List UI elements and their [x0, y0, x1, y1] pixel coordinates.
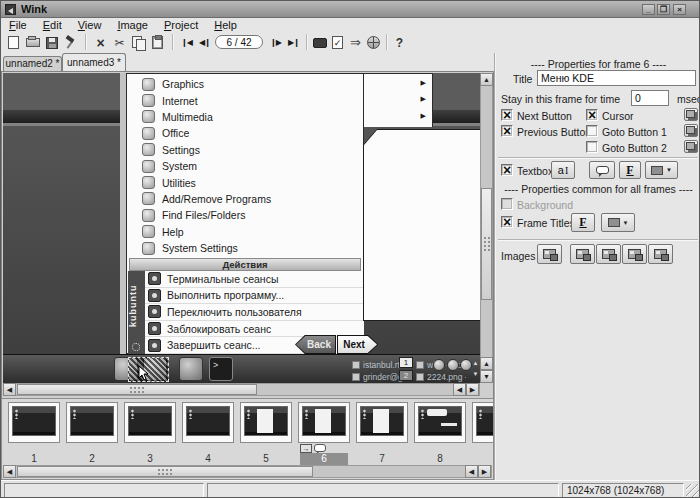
next-button-checkbox[interactable] — [501, 109, 513, 121]
filmstrip-scrollbar[interactable]: ◀ ◀ ▶ — [3, 465, 492, 478]
scroll-up-icon[interactable]: ▲ — [480, 73, 493, 86]
frame-thumbnail[interactable] — [240, 402, 292, 443]
scroll-up-icon[interactable]: ▲ — [480, 357, 493, 370]
tab-unnamed2[interactable]: unnamed2 * — [3, 56, 62, 71]
filmstrip-frame[interactable]: → 7 — [356, 399, 408, 465]
frame-thumbnail[interactable] — [414, 402, 466, 443]
hscrollbar-thumb[interactable] — [17, 384, 257, 395]
goto-button-1-checkbox[interactable] — [586, 125, 598, 137]
frame-counter-field[interactable] — [215, 35, 263, 49]
frame-thumbnail[interactable] — [124, 402, 176, 443]
image-tool-button-1[interactable] — [537, 244, 562, 264]
cursor-picker-button[interactable] — [684, 108, 698, 121]
image-tool-button-3[interactable] — [596, 244, 621, 264]
maximize-button[interactable]: ❐ — [657, 4, 670, 15]
frame-thumbnail[interactable] — [298, 402, 350, 443]
frame-number[interactable]: 4 — [184, 453, 232, 465]
save-project-button[interactable] — [43, 34, 60, 51]
canvas-hscrollbar[interactable]: ◀ ◀ ▶ — [3, 383, 480, 396]
next-frame-button[interactable]: ❙▶ — [267, 34, 284, 51]
frame-number[interactable]: 2 — [68, 453, 116, 465]
copy-button[interactable] — [130, 34, 147, 51]
cursor-checkbox[interactable] — [586, 109, 598, 121]
scroll-left-icon[interactable]: ◀ — [453, 383, 466, 396]
frame-titles-font-button[interactable]: F — [571, 213, 595, 232]
vscrollbar-thumb[interactable] — [481, 188, 492, 300]
save-floppy-icon — [46, 37, 58, 49]
new-project-button[interactable] — [5, 34, 22, 51]
paste-button[interactable] — [149, 34, 166, 51]
filmstrip-frame[interactable]: → 1 — [8, 399, 60, 465]
frame-titles-checkbox[interactable] — [501, 216, 513, 228]
frame-canvas[interactable]: ▶ ▶ ▶ Graphics Internet — [1, 71, 494, 399]
textbox-font-button[interactable]: F — [619, 161, 641, 179]
last-frame-button[interactable]: ▶❙ — [285, 34, 302, 51]
scroll-left-icon[interactable]: ◀ — [465, 465, 478, 478]
scroll-left-icon[interactable]: ◀ — [3, 465, 16, 478]
filmstrip-thumb[interactable] — [17, 466, 313, 477]
frame-thumbnail[interactable] — [8, 402, 60, 443]
frame-number[interactable]: 1 — [10, 453, 58, 465]
scroll-right-icon[interactable]: ▶ — [478, 465, 491, 478]
menu-item[interactable]: View — [70, 18, 110, 32]
stay-time-input[interactable] — [631, 90, 669, 106]
frame-number[interactable]: 5 — [242, 453, 290, 465]
filmstrip-frame[interactable]: → 2 — [66, 399, 118, 465]
scroll-down-icon[interactable]: ▼ — [480, 370, 493, 383]
first-frame-button[interactable]: ❙◀ — [178, 34, 195, 51]
goto-button-2-picker[interactable] — [684, 140, 698, 153]
render-button[interactable] — [62, 34, 79, 51]
textbox-edit-button[interactable]: aI — [551, 161, 575, 179]
frame-titles-color-button[interactable]: ▼ — [601, 213, 635, 232]
filmstrip-frame[interactable]: → 5 — [240, 399, 292, 465]
cut-button[interactable]: ✂ — [111, 34, 128, 51]
frame-number[interactable]: 7 — [358, 453, 406, 465]
goto-button-1-picker[interactable] — [684, 124, 698, 137]
textbox-checkbox[interactable] — [501, 164, 513, 176]
menu-item[interactable]: Image — [109, 18, 156, 32]
open-project-button[interactable] — [24, 34, 41, 51]
filmstrip-frame[interactable]: → 4 — [182, 399, 234, 465]
frame-thumbnail[interactable] — [472, 402, 494, 443]
tab-unnamed3[interactable]: unnamed3 * — [62, 53, 126, 71]
canvas-viewport[interactable]: ▶ ▶ ▶ Graphics Internet — [3, 73, 480, 383]
frame-thumbnail[interactable] — [356, 402, 408, 443]
menu-item[interactable]: Help — [206, 18, 245, 32]
resize-grip[interactable] — [686, 484, 700, 498]
textbox-shape-button[interactable] — [589, 161, 615, 179]
filmstrip-frame[interactable]: → 6 — [298, 399, 350, 465]
filmstrip-frame[interactable]: → 3 — [124, 399, 176, 465]
menu-item[interactable]: Project — [156, 18, 206, 32]
title-bar[interactable]: Wink _ ❐ × — [1, 1, 699, 18]
prev-frame-button[interactable]: ◀❙ — [196, 34, 213, 51]
scroll-left-icon[interactable]: ◀ — [3, 383, 16, 396]
frame-thumbnail[interactable] — [66, 402, 118, 443]
textbox-color-button[interactable]: ▼ — [645, 161, 678, 179]
image-tool-button-2[interactable] — [570, 244, 595, 264]
view-rendered-button[interactable]: ✓ — [329, 34, 346, 51]
delete-frame-button[interactable]: × — [92, 34, 109, 51]
goto-button-2-checkbox[interactable] — [586, 141, 598, 153]
frame-number[interactable]: 6 — [300, 453, 348, 465]
image-tool-button-4[interactable] — [622, 244, 647, 264]
frame-number[interactable]: 8 — [416, 453, 464, 465]
minimize-button[interactable]: _ — [642, 4, 655, 15]
canvas-vscrollbar[interactable]: ▲ ▲ ▼ — [480, 73, 493, 383]
web-button[interactable] — [365, 34, 382, 51]
frame-number[interactable] — [474, 453, 494, 465]
frame-title-input[interactable] — [537, 70, 696, 86]
close-button[interactable]: × — [673, 4, 686, 15]
help-button[interactable]: ? — [391, 34, 408, 51]
filmstrip-frame[interactable]: → 8 — [414, 399, 466, 465]
image-tool-button-5[interactable] — [648, 244, 673, 264]
previous-button-checkbox[interactable] — [501, 125, 513, 137]
filmstrip-frame[interactable]: → — [472, 399, 494, 465]
render-settings-button[interactable] — [311, 34, 328, 51]
menu-item[interactable]: Edit — [35, 18, 70, 32]
menu-item[interactable]: File — [1, 18, 35, 32]
image-icon — [543, 249, 556, 259]
scroll-right-icon[interactable]: ▶ — [466, 383, 479, 396]
frame-number[interactable]: 3 — [126, 453, 174, 465]
frame-thumbnail[interactable] — [182, 402, 234, 443]
export-button[interactable]: ⇒ — [347, 34, 364, 51]
